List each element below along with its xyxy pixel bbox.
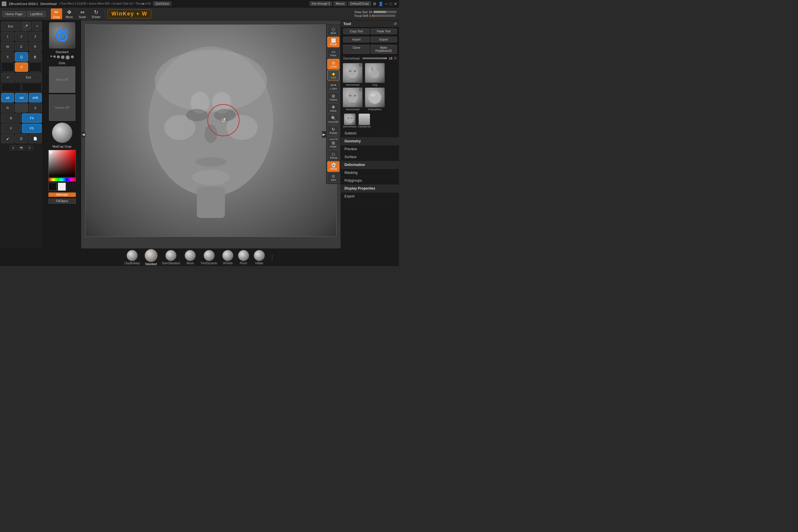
key-r[interactable]: R (29, 42, 42, 51)
brush-pinch[interactable]: Pinch (238, 250, 249, 265)
key-trash[interactable]: 🗑 (29, 52, 42, 61)
key-alt[interactable]: alt (1, 93, 14, 102)
masking-menu-item[interactable]: Masking (341, 169, 399, 177)
geometry-menu-item[interactable]: Geometry (341, 137, 399, 145)
brush-dots-preview[interactable] (49, 55, 75, 59)
see-through-button[interactable]: See-through 0 (309, 1, 332, 6)
move-vp-button[interactable]: ✥ Move (327, 103, 340, 114)
key-e[interactable]: E (15, 42, 28, 51)
key-f[interactable]: F (1, 124, 21, 133)
lightbox-tab[interactable]: LightBox (27, 11, 46, 17)
import-button[interactable]: Import (343, 37, 369, 42)
home-page-tab[interactable]: Home Page (2, 11, 26, 17)
quick-save-button[interactable]: QuickSave (153, 1, 171, 6)
subtool-menu-item[interactable]: Subtool (341, 130, 399, 137)
deformation-menu-item[interactable]: Deformation (341, 161, 399, 169)
make-polymesh3d-button[interactable]: Make PolyMesh3D (371, 45, 397, 54)
key-ctrl[interactable]: ctrl (15, 93, 28, 102)
subtool-demohead[interactable]: DemoHead (343, 113, 356, 128)
polyf-button[interactable]: Line Fill ⊞ PolyF (327, 136, 340, 150)
xyz-button[interactable]: ◆ XYZ (327, 70, 340, 80)
key-instagram-icon[interactable]: 📷 (18, 145, 25, 150)
clone-button[interactable]: Clone (343, 45, 369, 54)
key-shift[interactable]: shift (29, 93, 42, 102)
draw-action[interactable]: ✏ Draw (51, 8, 62, 19)
brush-move[interactable]: Move (185, 250, 196, 265)
swatch-black[interactable] (49, 183, 57, 191)
tool-polysphere[interactable]: PolySphere (364, 88, 385, 111)
key-3[interactable]: 3 (29, 32, 42, 41)
zoom3d-button[interactable]: 🔍 Zoom3D (327, 114, 340, 125)
close-icon[interactable]: ✕ (394, 1, 397, 6)
key-f5[interactable]: F5 (22, 124, 42, 133)
key-undo[interactable]: ↩ (1, 73, 15, 82)
polygroups-menu-item[interactable]: Polygroups (341, 177, 399, 185)
rotate-action[interactable]: ↻ Rotate (90, 8, 103, 19)
key-w[interactable]: W (1, 42, 14, 51)
tool-dog[interactable]: Dog (364, 63, 385, 86)
minimize-icon[interactable]: ─ (385, 1, 388, 6)
paste-tool-button[interactable]: Paste Tool (371, 28, 397, 34)
key-r2[interactable]: R (1, 103, 14, 113)
demohead-slider[interactable] (362, 57, 387, 59)
collapse-left-btn[interactable]: ◀ (81, 131, 86, 138)
alpha-preview[interactable]: Alpha Off (49, 66, 75, 93)
key-arrow[interactable]: ↗ (32, 22, 42, 31)
matcap-sphere[interactable] (52, 122, 72, 143)
focal-shift-slider[interactable] (372, 15, 396, 17)
export-button[interactable]: Export (371, 37, 397, 42)
reset-icon[interactable]: R (394, 56, 397, 60)
display-properties-menu-item[interactable]: Display Properties (341, 185, 399, 192)
brush-standard[interactable]: Standard (145, 249, 157, 266)
solo-button[interactable]: ⊙ Solo (327, 172, 340, 183)
key-s[interactable]: S (29, 103, 42, 113)
menus-button[interactable]: Menus (334, 1, 346, 6)
persp-button[interactable]: ⬜ Persp (327, 37, 340, 47)
key-x[interactable]: X (1, 52, 14, 61)
key-esc[interactable]: Esc (1, 22, 20, 31)
key-settings-icon[interactable]: ⚙ (26, 145, 33, 150)
more-brushes-icon[interactable]: ⋮ (269, 254, 275, 261)
script-button[interactable]: DefaultZScript (348, 1, 371, 6)
canvas-area[interactable]: ◀ ▶ (81, 20, 341, 248)
preview-menu-item[interactable]: Preview (341, 145, 399, 153)
key-brush-icon[interactable]: 🖌 (1, 134, 14, 143)
key-windows-icon[interactable]: ⊞ (10, 145, 16, 150)
move-action[interactable]: ✥ Move (63, 8, 75, 19)
swatch-white[interactable] (58, 183, 66, 191)
scale-action[interactable]: ⇔ Scale (76, 8, 88, 19)
brush-inflate[interactable]: Inflate (254, 250, 265, 265)
color-gradient[interactable] (49, 150, 76, 177)
key-menu-icon[interactable]: ☰ (15, 134, 28, 143)
draw-size-slider[interactable] (373, 11, 397, 13)
key-mic[interactable]: 🎤 (21, 22, 31, 31)
bpr-button[interactable]: ⬡ BPR (327, 26, 340, 36)
export-menu-item[interactable]: Export (341, 192, 399, 201)
key-f4[interactable]: F4 (22, 113, 42, 123)
user-icon[interactable]: 👤 (378, 1, 383, 6)
brush-trimdynamic[interactable]: TrimDynamic (201, 250, 217, 265)
tool-demohead-1[interactable]: 2 DemoHead (342, 63, 363, 86)
lsym-button[interactable]: ⟺ L Sym (327, 81, 340, 92)
brush-claybuildup[interactable]: ClayBuildup (124, 250, 140, 265)
brush-hpolish[interactable]: hPolish (222, 250, 233, 265)
transp-button[interactable]: ◻ Transp (327, 150, 340, 161)
tool-demohead-2[interactable]: 2 DemoHead (342, 88, 363, 111)
surface-menu-item[interactable]: Surface (341, 153, 399, 161)
copy-tool-button[interactable]: Copy Tool (343, 28, 369, 34)
settings-icon[interactable]: ⚙ (373, 1, 377, 6)
rotate-vp-button[interactable]: ↻ Rotate (327, 126, 340, 136)
fill-object-button[interactable]: FillObject (49, 198, 76, 204)
collapse-right-btn[interactable]: ▶ (322, 131, 326, 138)
refresh-icon[interactable]: ↺ (394, 22, 397, 26)
texture-preview[interactable]: Texture Off (49, 95, 75, 121)
maximize-icon[interactable]: □ (390, 1, 392, 6)
floor-button[interactable]: ▭ Floor (327, 48, 340, 58)
brush-preview[interactable]: 🌀 (49, 22, 75, 49)
color-picker[interactable] (49, 150, 76, 191)
key-esc-2[interactable]: Esc (16, 73, 42, 82)
key-file-icon[interactable]: 📄 (29, 134, 42, 143)
frame-button[interactable]: ⊞ Frame (327, 92, 340, 103)
ghost-button[interactable]: 👻 Ghost (327, 161, 340, 172)
hue-bar[interactable] (49, 178, 76, 182)
